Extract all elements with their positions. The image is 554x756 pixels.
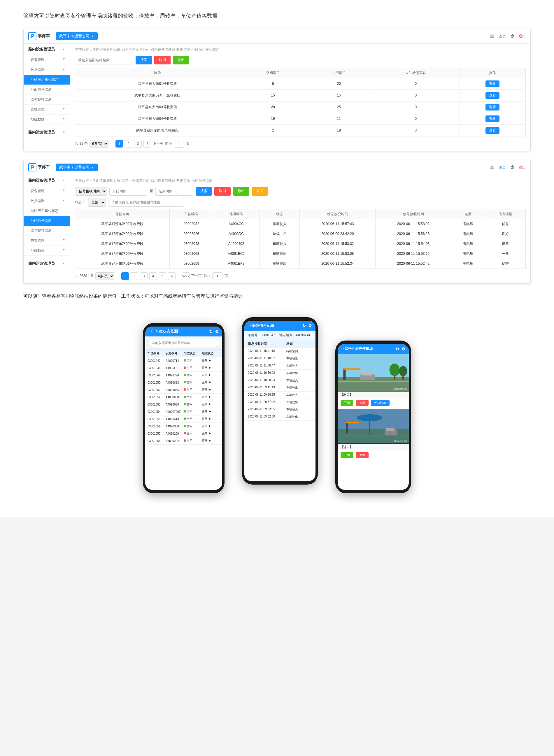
sidebar2-item-alarm[interactable]: 告警管理 ▼ <box>23 236 70 246</box>
back-icon[interactable]: 〈 <box>149 329 153 334</box>
refresh-icon[interactable]: ↻ <box>209 329 213 334</box>
next-page-link1[interactable]: 下一页 <box>153 141 163 146</box>
page2-btn-2[interactable]: 2 <box>131 272 138 280</box>
close-gate-btn1[interactable]: 关闸 <box>356 400 369 406</box>
sidebar-item-signal-monitor[interactable]: 地面信号监测 <box>23 85 70 95</box>
close-gate-btn2[interactable]: 关闸 <box>356 452 369 458</box>
sidebar-section1-title[interactable]: 路内设备管理员 ▲ <box>23 44 70 55</box>
sidebar2-item-mag-data[interactable]: 地磁数据 ▼ <box>23 246 70 256</box>
breadcrumb2: 当前位置：路内停车管理系统-武平中卡运营公司-路内设备管理员-数据监测-地磁信号… <box>75 178 526 183</box>
end-time-input[interactable] <box>155 187 193 196</box>
home-link[interactable]: 首页 <box>499 34 506 39</box>
page2-btn-1[interactable]: 1 <box>121 272 129 280</box>
sidebar-item-mag-data[interactable]: 地磁数据 ▼ <box>23 115 70 124</box>
sidebar2-item-video-monitor[interactable]: 监控视频监测 <box>23 226 70 236</box>
reset-button2[interactable]: 取消 <box>214 187 231 196</box>
sidebar-section2-title[interactable]: 路内运营管理员 ▼ <box>23 127 70 138</box>
page-size-select1[interactable]: 6条/页 <box>90 140 108 148</box>
sidebar2-item-signal-monitor[interactable]: 地磁信号监测 <box>23 216 70 226</box>
road-cell2: 武平县迎河东路01号收费段 <box>75 258 170 269</box>
company-selector2[interactable]: 武平中卡运营公司 ▼ <box>56 164 98 171</box>
open-gate-btn1[interactable]: 开闸 <box>341 400 353 406</box>
settings-icon2[interactable]: ⚙ <box>308 323 312 328</box>
total-count2: 共 26391 条 <box>75 274 94 279</box>
start-time-input[interactable] <box>109 187 147 196</box>
list-item[interactable]: 03001056 A4090358 空闲 正常 ▶ <box>145 423 222 430</box>
page2-btn-last[interactable]: 5277 <box>182 272 189 280</box>
page-input1[interactable] <box>174 140 184 148</box>
phone1-search-input[interactable] <box>148 339 219 347</box>
refresh-icon2[interactable]: ↻ <box>302 323 306 328</box>
sidebar2-item-data-monitor[interactable]: 数据监测 ▲ <box>23 196 70 206</box>
sidebar-item-device-manage[interactable]: 设备管理 ▼ <box>23 55 70 65</box>
sidebar2-section1-title[interactable]: 路内设备管理员 ▲ <box>23 175 70 186</box>
list-item[interactable]: 03001051 A4090836 占用 正常 ▶ <box>145 386 222 394</box>
list-item[interactable]: 03001058 A4090222 占用 正常 ▶ <box>145 437 222 445</box>
list-item[interactable]: 03001057 A4090200 占用 正常 ▶ <box>145 430 222 437</box>
list-item[interactable]: 03001052 A4090660 空闲 正常 ▶ <box>145 394 222 401</box>
list-item[interactable]: 03001050 A4090698 空闲 正常 ▶ <box>145 379 222 386</box>
open-gate-btn2[interactable]: 开闸 <box>341 452 353 458</box>
page-btn-2[interactable]: 2 <box>125 140 132 148</box>
page2-btn-5[interactable]: 5 <box>159 272 166 280</box>
search-button2[interactable]: 搜索 <box>196 187 212 196</box>
gate-order-btn1[interactable]: 闸口订单 <box>371 400 390 406</box>
refresh-icon3[interactable]: ↻ <box>396 347 399 351</box>
back-icon3[interactable]: 〈 <box>341 346 345 351</box>
view-button[interactable]: 查看 <box>486 115 499 122</box>
search-button1[interactable]: 搜索 <box>135 56 152 64</box>
view-button[interactable]: 查看 <box>486 127 499 134</box>
next-page-link2[interactable]: 下一页 <box>191 274 202 279</box>
view-button[interactable]: 查看 <box>486 92 499 99</box>
sidebar2-item-space-status[interactable]: 地磁应用车位状态 <box>23 206 70 216</box>
page2-btn-4[interactable]: 4 <box>149 272 157 280</box>
space-cell2: 03002026 <box>170 229 213 239</box>
sidebar-item-alarm[interactable]: 告警管理 ▼ <box>23 105 70 115</box>
export-button1[interactable]: 导出 <box>173 56 189 64</box>
sidebar-item-video-monitor[interactable]: 监控视频监测 <box>23 95 70 105</box>
page-size-select2[interactable]: 6条/页 <box>95 272 114 280</box>
logout-link2[interactable]: 退出 <box>519 165 526 170</box>
list-item[interactable]: 03001047 A4090714 空闲 正常 ▶ <box>145 357 222 364</box>
list-item[interactable]: 03001053 A4090630 空闲 正常 ▶ <box>145 401 222 408</box>
svg-rect-18 <box>386 428 394 431</box>
list-item[interactable]: 03001055 A409041A 空闲 正常 ▶ <box>145 415 222 423</box>
unknown-cell: 0 <box>372 78 459 90</box>
page2-btn-6[interactable]: 6 <box>168 272 175 280</box>
reset-button1[interactable]: 取消 <box>154 56 171 64</box>
back-icon2[interactable]: 〈 <box>248 323 252 328</box>
export-button2[interactable]: 导出 <box>233 187 249 196</box>
page2-btn-3[interactable]: 3 <box>140 272 148 280</box>
page-suffix1: 页 <box>186 141 189 146</box>
svg-point-14 <box>356 414 382 421</box>
sidebar2-item-device-manage[interactable]: 设备管理 ▼ <box>23 186 70 196</box>
sidebar-item-space-status[interactable]: 地磁应用车位状态 <box>23 75 70 85</box>
list-item[interactable]: 03001049 A4090796 空闲 正常 ▶ <box>145 372 222 379</box>
table-row: 武平县迎河东路02号收费段 03002032 A4904CC 车辆驶入 2020… <box>75 219 526 229</box>
sidebar2-section2-title[interactable]: 路内运营管理员 ▼ <box>23 258 70 270</box>
signal-time-select[interactable]: 信号接收时间 <box>75 187 107 196</box>
status-dot-icon <box>184 388 186 391</box>
settings-icon3[interactable]: ⚙ <box>401 347 405 351</box>
camera1-container: Camera 01 【出口】 开闸 关闸 闸口订单 <box>338 354 409 408</box>
space-cell2: 03002043 <box>170 239 213 249</box>
settings-icon[interactable]: ⚙ <box>215 329 219 334</box>
sidebar-item-data-monitor[interactable]: 数据监测 ▲ <box>23 65 70 75</box>
sidebar-section1: 路内设备管理员 ▲ 设备管理 ▼ 数据监测 ▲ 地磁应用车位状态 <box>23 44 70 138</box>
road-search-input[interactable] <box>108 198 184 207</box>
view-button[interactable]: 查看 <box>486 80 499 87</box>
status-select[interactable]: 全部 <box>88 198 106 207</box>
list-item[interactable]: 03001048 A4905F8 占用 正常 ▶ <box>145 364 222 372</box>
page-btn-4[interactable]: 4 <box>144 140 151 148</box>
data-table1: 路段 空闲车位 占用车位 未知状态车位 操作 武平县东大南01号收费段 6 20… <box>75 68 526 136</box>
view-button[interactable]: 查看 <box>486 104 499 111</box>
company-selector[interactable]: 武平中卡运营公司 ▼ <box>56 33 98 40</box>
back-button2[interactable]: 返回 <box>252 187 268 196</box>
home-link2[interactable]: 首页 <box>499 165 506 170</box>
page-input2[interactable] <box>212 272 223 280</box>
page-btn-3[interactable]: 3 <box>134 140 142 148</box>
page-btn-1[interactable]: 1 <box>115 140 123 148</box>
search-input1[interactable] <box>75 56 133 64</box>
logout-link[interactable]: 退出 <box>519 34 526 39</box>
list-item[interactable]: 03001054 A4090720E 空闲 正常 ▶ <box>145 408 222 415</box>
